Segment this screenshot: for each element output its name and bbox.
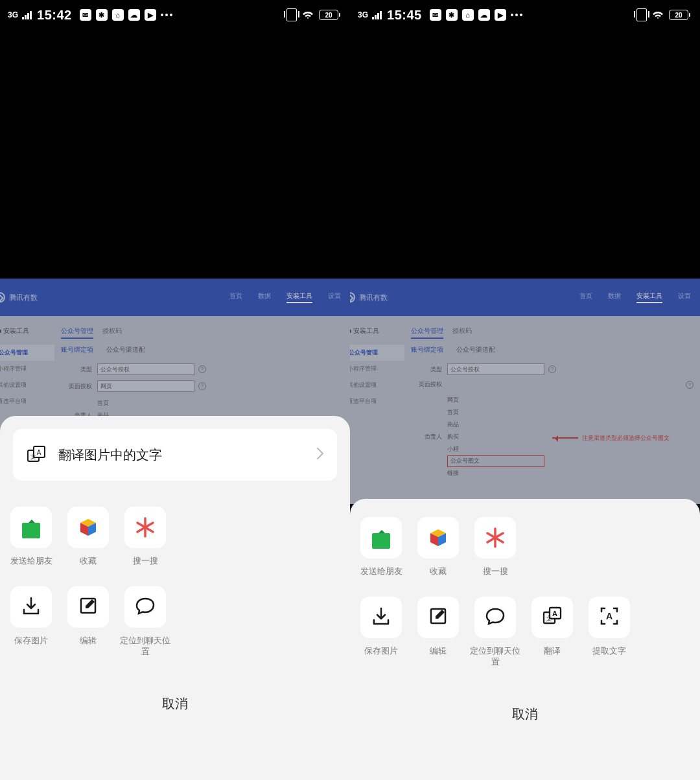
svg-text:文: 文 (30, 453, 36, 460)
fan-icon: ✱ (446, 9, 458, 21)
send-to-friend-button[interactable]: 发送给朋友 (3, 507, 59, 567)
svg-line-12 (495, 533, 503, 538)
background-webpage: 腾讯有数 首页 数据 安装工具 设置 ■ 安装工具 公众号管理 小程序管理 其他… (350, 279, 700, 504)
share-row-1: 发送给朋友 收藏 搜一搜 (353, 517, 697, 577)
vibrate-icon (636, 8, 647, 21)
fan-icon: ✱ (96, 9, 108, 21)
svg-line-13 (495, 538, 503, 542)
nav-active: 安装工具 (286, 292, 312, 303)
share-row-2: 保存图片 编辑 定位到聊天位置 (3, 586, 347, 658)
battery-level: 20 (675, 12, 682, 19)
svg-line-15 (487, 538, 495, 542)
chat-bubble-icon (134, 595, 156, 619)
translate-banner-label: 翻译图片中的文字 (58, 446, 316, 464)
cloud-icon: ☁ (478, 9, 490, 21)
mail-icon: ✉ (80, 9, 91, 21)
save-image-button[interactable]: 保存图片 (353, 597, 409, 668)
brand-name: 腾讯有数 (359, 293, 388, 303)
ocr-icon: A (598, 605, 620, 630)
nav-active: 安装工具 (636, 292, 662, 303)
favorite-button[interactable]: 收藏 (410, 517, 466, 577)
more-icon (511, 14, 522, 16)
cloud-icon: ☁ (128, 9, 140, 21)
cancel-button[interactable]: 取消 (0, 677, 350, 713)
red-arrow-icon (552, 437, 578, 439)
edit-button[interactable]: 编辑 (60, 586, 116, 658)
edit-icon (427, 605, 449, 630)
wifi-icon (652, 10, 664, 19)
cancel-button[interactable]: 取消 (350, 687, 700, 723)
favorite-button[interactable]: 收藏 (60, 507, 116, 567)
locate-chat-button[interactable]: 定位到聊天位置 (467, 597, 523, 668)
svg-line-8 (137, 527, 145, 532)
translate-banner[interactable]: A文 翻译图片中的文字 (13, 429, 337, 481)
send-to-friend-button[interactable]: 发送给朋友 (353, 517, 409, 577)
network-label: 3G (8, 10, 18, 19)
clock: 15:45 (387, 8, 422, 23)
translate-button[interactable]: A文 翻译 (524, 597, 580, 668)
brand-logo-icon (350, 292, 355, 303)
save-image-button[interactable]: 保存图片 (3, 586, 59, 658)
edit-button[interactable]: 编辑 (410, 597, 466, 668)
cube-icon (77, 516, 99, 538)
mail-icon: ✉ (430, 9, 441, 21)
locate-chat-button[interactable]: 定位到聊天位置 (117, 586, 173, 658)
download-icon (370, 605, 392, 630)
left-screenshot: 3G 15:42 ✉ ✱ ⌂ ☁ ▶ 20 (0, 0, 350, 780)
home-icon: ⌂ (462, 9, 474, 21)
search-spark-icon (133, 515, 158, 540)
signal-icon (372, 10, 382, 19)
video-icon: ▶ (495, 9, 506, 21)
extract-text-button[interactable]: A 提取文字 (581, 597, 637, 668)
highlighted-option: 公众号图文 (447, 455, 544, 467)
send-icon (370, 527, 392, 549)
wifi-icon (302, 10, 314, 19)
translate-icon: A文 (541, 605, 563, 630)
svg-line-16 (487, 533, 495, 538)
share-sheet: 发送给朋友 收藏 搜一搜 (350, 499, 700, 780)
more-icon (161, 14, 172, 16)
vibrate-icon (286, 8, 297, 21)
svg-line-5 (145, 523, 153, 527)
svg-text:文: 文 (546, 615, 552, 622)
search-button[interactable]: 搜一搜 (117, 507, 173, 567)
share-row-1: 发送给朋友 收藏 搜一搜 (3, 507, 347, 567)
clock: 15:42 (37, 8, 72, 23)
home-icon: ⌂ (112, 9, 124, 21)
status-bar: 3G 15:42 ✉ ✱ ⌂ ☁ ▶ 20 (0, 0, 350, 30)
send-icon (20, 516, 42, 538)
battery-icon: 20 (669, 10, 688, 20)
right-screenshot: 3G 15:45 ✉ ✱ ⌂ ☁ ▶ 20 (350, 0, 700, 780)
battery-level: 20 (325, 12, 332, 19)
chevron-right-icon (316, 447, 324, 463)
download-icon (20, 595, 42, 619)
search-button[interactable]: 搜一搜 (467, 517, 523, 577)
svg-text:A: A (37, 449, 41, 456)
svg-text:A: A (552, 610, 557, 617)
chat-bubble-icon (484, 605, 506, 630)
brand-logo-icon (0, 292, 5, 303)
brand-name: 腾讯有数 (9, 293, 38, 303)
signal-icon (22, 10, 32, 19)
svg-text:A: A (606, 611, 612, 621)
status-bar: 3G 15:45 ✉ ✱ ⌂ ☁ ▶ 20 (350, 0, 700, 30)
svg-line-6 (145, 527, 153, 532)
network-label: 3G (358, 10, 368, 19)
translate-icon: A文 (26, 444, 47, 465)
share-sheet: A文 翻译图片中的文字 发送给朋友 收 (0, 416, 350, 780)
status-tray-icons: ✉ ✱ ⌂ ☁ ▶ (430, 9, 522, 21)
status-tray-icons: ✉ ✱ ⌂ ☁ ▶ (80, 9, 172, 21)
video-icon: ▶ (145, 9, 156, 21)
share-row-2: 保存图片 编辑 定位到聊天位置 (353, 597, 697, 668)
annotation-note: 注意渠道类型必须选择公众号图文 (582, 435, 670, 442)
battery-icon: 20 (319, 10, 338, 20)
edit-icon (77, 595, 99, 619)
cube-icon (427, 527, 449, 549)
svg-line-9 (137, 523, 145, 527)
search-spark-icon (483, 525, 508, 550)
